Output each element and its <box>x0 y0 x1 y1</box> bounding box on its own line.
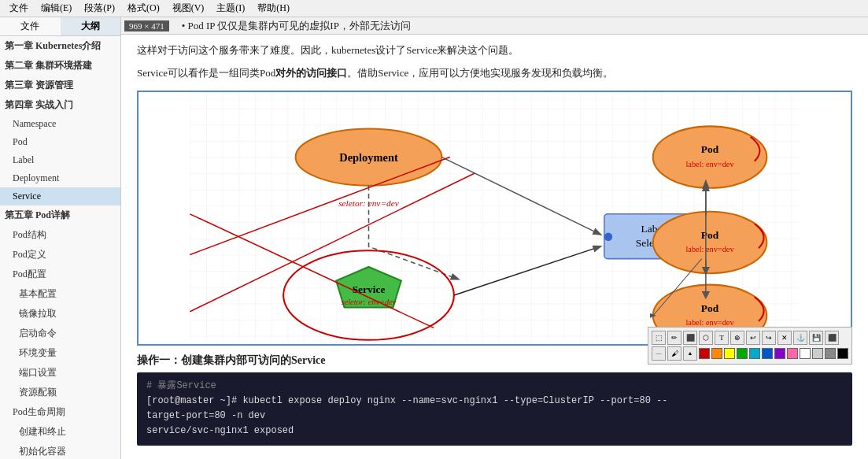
sidebar-item-create-terminate[interactable]: 创建和终止 <box>0 422 120 442</box>
sidebar-item-deployment[interactable]: Deployment <box>0 169 120 187</box>
svg-text:label: env=dev: label: env=dev <box>686 160 735 168</box>
sidebar-item-resource-quota[interactable]: 资源配额 <box>0 383 120 402</box>
tab-file[interactable]: 文件 <box>0 17 61 35</box>
sidebar-item-service[interactable]: Service <box>0 187 120 205</box>
float-toolbar-top-row: ⬚ ✏ ⬛ ⬡ T ⊕ ↩ ↪ ✕ ⚓ 💾 ⬛ <box>652 331 848 345</box>
color-blue[interactable] <box>762 348 773 359</box>
float-toolbar: ⬚ ✏ ⬛ ⬡ T ⊕ ↩ ↪ ✕ ⚓ 💾 ⬛ — 🖌 ▲ <box>648 327 852 365</box>
sidebar-item-env-var[interactable]: 环境变量 <box>0 343 120 363</box>
code-comment: # 暴露Service <box>146 379 843 394</box>
ft-redo-btn[interactable]: ↪ <box>762 331 776 345</box>
svg-text:label: env=dev: label: env=dev <box>686 318 735 327</box>
menu-help[interactable]: 帮助(H) <box>251 0 296 17</box>
bullet-preview: • Pod IP 仅仅是集群内可见的虚拟IP，外部无法访问 <box>182 19 411 33</box>
svg-point-18 <box>653 212 767 273</box>
ft-save-btn[interactable]: 💾 <box>809 331 823 345</box>
diagram-svg: Deployment seletor: env=dev Label Select… <box>139 92 851 344</box>
sidebar-item-ch5[interactable]: 第五章 Pod详解 <box>0 205 120 225</box>
svg-text:Pod: Pod <box>701 229 719 241</box>
code-line2: target-port=80 -n dev <box>146 409 843 424</box>
svg-text:Deployment: Deployment <box>339 151 398 164</box>
sidebar-item-pod-config[interactable]: Pod配置 <box>0 265 120 284</box>
color-purple[interactable] <box>774 348 785 359</box>
size-badge: 969 × 471 <box>124 20 169 31</box>
sidebar-item-basic-config[interactable]: 基本配置 <box>0 284 120 304</box>
sidebar-item-image-pull[interactable]: 镜像拉取 <box>0 304 120 324</box>
ft-delete-btn[interactable]: ✕ <box>778 331 792 345</box>
color-gray[interactable] <box>825 348 836 359</box>
sidebar-item-ch4[interactable]: 第四章 实战入门 <box>0 95 120 115</box>
menu-format[interactable]: 格式(O) <box>121 0 166 17</box>
svg-text:label: env=dev: label: env=dev <box>686 245 735 254</box>
svg-point-7 <box>604 232 612 240</box>
sidebar-item-pod-def[interactable]: Pod定义 <box>0 245 120 265</box>
code-line3: service/svc-nginx1 exposed <box>146 424 843 439</box>
svg-point-15 <box>653 126 767 187</box>
sidebar-item-pod[interactable]: Pod <box>0 133 120 151</box>
svg-text:Pod: Pod <box>701 302 719 313</box>
color-white[interactable] <box>800 348 811 359</box>
para1: 这样对于访问这个服务带来了难度。因此，kubernetes设计了Service来… <box>137 41 852 59</box>
svg-text:Pod: Pod <box>701 143 719 155</box>
ft-insert-btn[interactable]: ⊕ <box>730 331 744 345</box>
svg-text:Service: Service <box>353 283 386 295</box>
ft-select-btn[interactable]: ⬚ <box>652 331 666 345</box>
sidebar-item-start-cmd[interactable]: 启动命令 <box>0 324 120 343</box>
ft-fullscreen-btn[interactable]: ⬛ <box>825 331 839 345</box>
diagram-inner: Deployment seletor: env=dev Label Select… <box>139 92 851 344</box>
svg-text:seletor: env=dev: seletor: env=dev <box>342 298 397 306</box>
sidebar-item-ch1[interactable]: 第一章 Kubernetes介绍 <box>0 36 120 56</box>
tab-outline[interactable]: 大纲 <box>61 17 121 35</box>
sidebar-item-label[interactable]: Label <box>0 151 120 169</box>
color-yellow[interactable] <box>724 348 735 359</box>
sidebar-item-pod-structure[interactable]: Pod结构 <box>0 225 120 245</box>
ft-fill-btn[interactable]: ▲ <box>683 346 697 361</box>
ft-undo-btn[interactable]: ↩ <box>746 331 760 345</box>
menu-edit[interactable]: 编辑(E) <box>35 0 78 17</box>
ft-text-btn[interactable]: T <box>715 331 729 345</box>
color-red[interactable] <box>699 348 710 359</box>
sidebar-item-init-container[interactable]: 初始化容器 <box>0 442 120 459</box>
sidebar-item-pod-lifecycle[interactable]: Pod生命周期 <box>0 402 120 422</box>
code-block: # 暴露Service [root@master ~]# kubectl exp… <box>137 372 852 446</box>
color-cyan[interactable] <box>749 348 760 359</box>
color-black[interactable] <box>837 348 848 359</box>
ft-anchor-btn[interactable]: ⚓ <box>793 331 807 345</box>
ft-pencil-btn[interactable]: ✏ <box>667 331 681 345</box>
color-green[interactable] <box>737 348 748 359</box>
menu-view[interactable]: 视图(V) <box>166 0 211 17</box>
ft-shape-btn[interactable]: ⬡ <box>699 331 713 345</box>
content-area: 969 × 471 • Pod IP 仅仅是集群内可见的虚拟IP，外部无法访问 … <box>121 17 868 459</box>
diagram-container: Deployment seletor: env=dev Label Select… <box>137 91 852 346</box>
sidebar-item-ch3[interactable]: 第三章 资源管理 <box>0 76 120 95</box>
ft-eraser-btn[interactable]: ⬛ <box>683 331 697 345</box>
menu-paragraph[interactable]: 段落(P) <box>78 0 121 17</box>
color-lgray[interactable] <box>812 348 823 359</box>
ft-line-btn[interactable]: — <box>652 346 666 361</box>
sidebar-item-ch2[interactable]: 第二章 集群环境搭建 <box>0 56 120 76</box>
sidebar-item-namespace[interactable]: Namespace <box>0 115 120 133</box>
menu-theme[interactable]: 主题(I) <box>210 0 251 17</box>
para2: Service可以看作是一组同类Pod对外的访问接口。借助Service，应用可… <box>137 64 852 82</box>
sidebar-item-port-setting[interactable]: 端口设置 <box>0 363 120 383</box>
color-orange[interactable] <box>711 348 722 359</box>
editor-content[interactable]: 这样对于访问这个服务带来了难度。因此，kubernetes设计了Service来… <box>121 35 868 459</box>
ft-brush-btn[interactable]: 🖌 <box>667 346 681 361</box>
float-toolbar-color-row: — 🖌 ▲ <box>652 346 848 361</box>
main-layout: 文件 大纲 第一章 Kubernetes介绍 第二章 集群环境搭建 第三章 资源… <box>0 17 868 459</box>
menubar: 文件 编辑(E) 段落(P) 格式(O) 视图(V) 主题(I) 帮助(H) <box>0 0 868 17</box>
top-toolbar: 969 × 471 • Pod IP 仅仅是集群内可见的虚拟IP，外部无法访问 <box>121 17 868 35</box>
menu-file[interactable]: 文件 <box>3 0 35 17</box>
sidebar: 文件 大纲 第一章 Kubernetes介绍 第二章 集群环境搭建 第三章 资源… <box>0 17 121 459</box>
color-pink[interactable] <box>787 348 798 359</box>
code-line1: [root@master ~]# kubectl expose deploy n… <box>146 394 843 409</box>
